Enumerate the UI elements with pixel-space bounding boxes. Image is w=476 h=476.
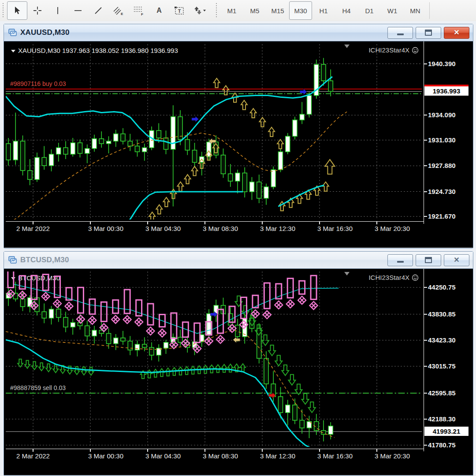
- vertical-line-tool-button[interactable]: [48, 1, 68, 20]
- text-tool-button[interactable]: A: [149, 1, 169, 20]
- text-label-tool-button[interactable]: T: [169, 1, 190, 20]
- arrows-tool-button[interactable]: [190, 1, 210, 20]
- timeframe-button-d1[interactable]: D1: [358, 1, 381, 20]
- minimize-icon: [397, 33, 404, 35]
- timeframe-button-m15[interactable]: M15: [266, 1, 289, 20]
- close-button[interactable]: ✕: [444, 27, 469, 39]
- signal-arrows-up: [325, 160, 335, 174]
- order-label: #98887859 sell 0.03: [10, 384, 66, 391]
- price-axis-label: 1927.880: [428, 162, 456, 169]
- time-tick: [205, 449, 205, 452]
- arrows-icon: [193, 6, 206, 15]
- price-axis-label: 1934.090: [428, 111, 456, 119]
- minimize-button[interactable]: [387, 27, 413, 39]
- chart-canvas-btcusd[interactable]: BTCUSD,M30ICHI23Star4X44250.7543830.8543…: [4, 268, 473, 475]
- price-axis-label: 44250.75: [428, 283, 456, 291]
- ohlc-readout: XAUUSD,M30 1937.963 1938.052 1936.980 19…: [11, 47, 178, 54]
- time-tick: [147, 449, 148, 452]
- time-axis-label: 3 Mar 12:30: [260, 452, 295, 460]
- window-title: XAUUSD,M30: [20, 28, 70, 37]
- price-axis-label: 42595.85: [428, 389, 456, 397]
- price-axis-label: 42188.30: [428, 415, 456, 423]
- time-axis-label: 3 Mar 04:30: [145, 225, 181, 232]
- restore-icon: [425, 30, 432, 36]
- time-axis-label: 3 Mar 04:30: [145, 452, 181, 460]
- chart-shift-marker[interactable]: [344, 45, 350, 48]
- smiley-icon: [413, 48, 418, 53]
- window-titlebar[interactable]: BTCUSD,M30 ✕: [4, 252, 473, 268]
- text-icon: A: [154, 6, 164, 15]
- restore-button[interactable]: [416, 254, 441, 266]
- close-icon: ✕: [454, 29, 459, 36]
- svg-text:A: A: [156, 7, 162, 14]
- price-tick: [424, 191, 427, 192]
- price-plot[interactable]: ICHI23Star4XXAUUSD,M30 1937.963 1938.052…: [6, 44, 422, 219]
- order-label: #98907116 buy 0.03: [10, 80, 66, 87]
- window-titlebar[interactable]: XAUUSD,M30 ✕: [4, 24, 473, 41]
- svg-text:E: E: [121, 12, 123, 16]
- trade-marker: [192, 116, 199, 122]
- timeframe-button-mn[interactable]: MN: [404, 1, 427, 20]
- restore-button[interactable]: [416, 27, 441, 39]
- price-axis-label: 1931.030: [428, 136, 456, 144]
- time-tick: [319, 449, 320, 452]
- minimize-icon: [397, 261, 404, 263]
- chart-canvas-xauusd[interactable]: ICHI23Star4XXAUUSD,M30 1937.963 1938.052…: [4, 41, 473, 248]
- axis-separator-horizontal: [6, 449, 424, 449]
- close-button[interactable]: ✕: [444, 254, 469, 266]
- price-tick: [424, 419, 427, 420]
- text-label-icon: T: [174, 6, 185, 15]
- timeframe-button-m5[interactable]: M5: [243, 1, 266, 20]
- price-axis-label: 43423.30: [428, 336, 456, 344]
- vertical-line-icon: [53, 6, 63, 15]
- window-title: BTCUSD,M30: [20, 256, 69, 264]
- crosshair-tool-button[interactable]: [27, 1, 48, 20]
- horizontal-line-icon: [73, 6, 83, 15]
- time-axis-label: 3 Mar 20:30: [375, 452, 410, 460]
- time-tick: [319, 222, 320, 224]
- price-tick: [424, 140, 427, 141]
- price-axis-label: 1924.730: [428, 188, 456, 195]
- timeframe-button-h4[interactable]: H4: [335, 1, 358, 20]
- time-tick: [90, 449, 91, 452]
- mdi-workspace: XAUUSD,M30 ✕ ICHI23Star4XXAUUSD,M30 1937…: [0, 21, 476, 476]
- axis-separator-vertical: [424, 269, 424, 451]
- time-tick: [262, 449, 263, 452]
- minimize-button[interactable]: [387, 254, 413, 266]
- price-axis-label: 43015.75: [428, 362, 456, 370]
- cursor-tool-button[interactable]: [7, 1, 27, 20]
- chart-grid: [6, 44, 422, 219]
- fibonacci-tool-button[interactable]: F: [129, 1, 149, 20]
- price-axis-label: 43830.85: [428, 310, 456, 318]
- equidistant-channel-icon: E: [113, 5, 124, 16]
- time-axis-label: 3 Mar 00:30: [88, 452, 123, 460]
- price-axis-label: 41780.75: [428, 441, 456, 449]
- timeframe-button-m1[interactable]: M1: [220, 1, 243, 20]
- trendline-icon: [93, 6, 103, 15]
- indicator-label: ICHI23Star4X: [368, 46, 418, 54]
- chart-icon: [8, 29, 17, 37]
- timeframe-button-h1[interactable]: H1: [312, 1, 335, 20]
- time-axis-label: 3 Mar 16:30: [317, 452, 353, 460]
- signal-arrows-down: [18, 359, 93, 376]
- indicator-label: ICHI23Star4X: [368, 274, 418, 281]
- time-tick: [205, 222, 205, 224]
- time-axis-label: 3 Mar 08:30: [203, 225, 238, 232]
- timeframe-button-w1[interactable]: W1: [381, 1, 404, 20]
- chart-shift-marker[interactable]: [344, 272, 350, 275]
- equidistant-channel-tool-button[interactable]: E: [108, 1, 129, 20]
- price-tick: [424, 445, 427, 446]
- price-tick: [424, 287, 427, 288]
- price-plot[interactable]: BTCUSD,M30ICHI23Star4X: [6, 271, 422, 447]
- price-tick: [424, 393, 427, 394]
- timeframe-button-m30[interactable]: M30: [289, 1, 312, 20]
- trendline-tool-button[interactable]: [88, 1, 108, 20]
- horizontal-line-tool-button[interactable]: [68, 1, 88, 20]
- price-tick: [424, 115, 427, 115]
- price-tick: [424, 366, 427, 367]
- time-axis-label: 3 Mar 00:30: [88, 225, 123, 232]
- timeframe-drag-handle[interactable]: [214, 3, 219, 18]
- svg-text:ICHI23Star4X: ICHI23Star4X: [368, 274, 409, 281]
- svg-text:F: F: [141, 12, 143, 16]
- toolbar-drag-handle[interactable]: [1, 3, 6, 18]
